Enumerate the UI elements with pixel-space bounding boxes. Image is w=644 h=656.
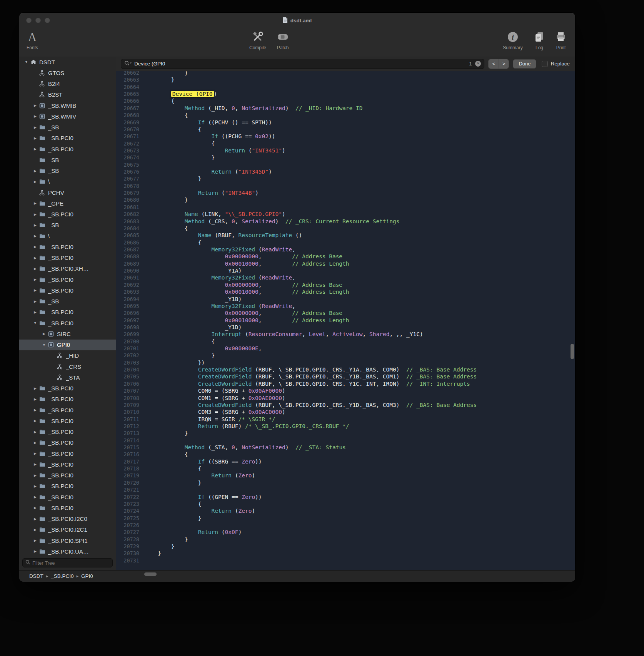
horizontal-scrollbar-thumb[interactable] — [144, 572, 157, 576]
disclosure-triangle-icon[interactable]: ▶ — [31, 310, 39, 314]
code-line[interactable]: 20710 COM3 = (SBRG + 0x00AC0000) — [116, 408, 575, 415]
disclosure-triangle-icon[interactable]: ▶ — [31, 528, 39, 532]
tree-item-sb-wmiv[interactable]: ▶_SB.WMIV — [19, 111, 116, 122]
tree-item-sb-pci0[interactable]: ▶_SB.PCI0 — [19, 448, 116, 459]
replace-checkbox[interactable] — [542, 61, 548, 67]
code-line[interactable]: 20716 { — [116, 451, 575, 458]
tree-item-sb-wmib[interactable]: ▶_SB.WMIB — [19, 100, 116, 111]
code-line[interactable]: 20666 { — [116, 97, 575, 104]
summary-button[interactable]: i Summary — [498, 29, 527, 50]
code-line[interactable]: 20695 Memory32Fixed (ReadWrite, — [116, 303, 575, 310]
code-line[interactable]: 20704 CreateDWordField (RBUF, \_SB.PCI0.… — [116, 366, 575, 373]
code-line[interactable]: 20726 — [116, 522, 575, 529]
code-line[interactable]: 20717 If ((SBRG == Zero)) — [116, 458, 575, 465]
disclosure-triangle-icon[interactable]: ▶ — [31, 180, 39, 184]
tree-item-sb-pci0[interactable]: ▶_SB.PCI0 — [19, 492, 116, 502]
tree-item-sb-pci0[interactable]: ▶_SB.PCI0 — [19, 437, 116, 448]
code-line[interactable]: 20708 COM1 = (SBRG + 0x00AE0000) — [116, 395, 575, 402]
tree-item-b2st[interactable]: B2ST — [19, 89, 116, 100]
tree-item-sb-pci0[interactable]: ▶_SB.PCI0 — [19, 253, 116, 263]
code-line[interactable]: 20702 } — [116, 352, 575, 359]
tree-item-sb-pci0[interactable]: ▶_SB.PCI0 — [19, 405, 116, 415]
disclosure-triangle-icon[interactable]: ▶ — [31, 278, 39, 281]
code-line[interactable]: 20709 CreateDWordField (RBUF, \_SB.PCI0.… — [116, 402, 575, 408]
tree-item-sb-pci0-spi1[interactable]: ▶_SB.PCI0.SPI1 — [19, 535, 116, 546]
code-line[interactable]: 20692 0x00000000, // Address Base — [116, 281, 575, 288]
tree-item-gpi0[interactable]: ▼GPI0 — [19, 340, 116, 350]
disclosure-triangle-icon[interactable]: ▶ — [31, 223, 39, 227]
code-line[interactable]: 20690 _Y1A) — [116, 267, 575, 274]
disclosure-triangle-icon[interactable]: ▶ — [31, 539, 39, 542]
code-line[interactable]: 20682 Name (LINK, "\\_SB.PCI0.GPI0") — [116, 211, 575, 218]
disclosure-triangle-icon[interactable]: ▶ — [31, 256, 39, 260]
disclosure-triangle-icon[interactable]: ▶ — [31, 419, 39, 423]
disclosure-triangle-icon[interactable]: ▶ — [31, 104, 39, 107]
code-line[interactable]: 20707 COM0 = (SBRG + 0x00AF0000) — [116, 387, 575, 394]
code-line[interactable]: 20678 — [116, 182, 575, 189]
disclosure-triangle-icon[interactable]: ▶ — [31, 452, 39, 455]
code-line[interactable]: 20688 0x00000000, // Address Base — [116, 253, 575, 260]
tree-item-sb-pci0[interactable]: ▶_SB.PCI0 — [19, 470, 116, 481]
disclosure-triangle-icon[interactable]: ▶ — [31, 288, 39, 292]
tree-item-sb-pci0[interactable]: ▶_SB.PCI0 — [19, 383, 116, 394]
disclosure-triangle-icon[interactable]: ▶ — [31, 387, 39, 390]
code-line[interactable]: 20731 — [116, 557, 575, 564]
code-line[interactable]: 20705 CreateDWordField (RBUF, \_SB.PCI0.… — [116, 373, 575, 380]
done-button[interactable]: Done — [513, 59, 536, 69]
code-line[interactable]: 20703 }) — [116, 359, 575, 366]
disclosure-triangle-icon[interactable]: ▶ — [31, 462, 39, 466]
disclosure-triangle-icon[interactable]: ▶ — [31, 245, 39, 249]
tree-item-sirc[interactable]: ▶SIRC — [19, 328, 116, 339]
code-line[interactable]: 20693 0x00010000, // Address Length — [116, 288, 575, 295]
code-line[interactable]: 20711 IRQN = SGIR /* \SGIR */ — [116, 416, 575, 423]
code-line[interactable]: 20700 { — [116, 338, 575, 345]
search-icon[interactable] — [124, 60, 132, 67]
tree-item-hid[interactable]: _HID — [19, 350, 116, 361]
code-line[interactable]: 20696 0x00000000, // Address Base — [116, 310, 575, 316]
disclosure-triangle-icon[interactable]: ▶ — [31, 267, 39, 271]
tree-item-sb-pci0[interactable]: ▶_SB.PCI0 — [19, 427, 116, 437]
tree-item-sb-pci0[interactable]: ▶_SB.PCI0 — [19, 274, 116, 285]
disclosure-triangle-icon[interactable]: ▶ — [31, 430, 39, 434]
disclosure-triangle-icon[interactable]: ▶ — [31, 397, 39, 401]
code-line[interactable]: 20720 } — [116, 479, 575, 486]
tree-item-sb[interactable]: _SB — [19, 154, 116, 165]
code-line[interactable]: 20680 } — [116, 196, 575, 203]
tree-item-sb-pci0[interactable]: ▶_SB.PCI0 — [19, 144, 116, 154]
code-line[interactable]: 20664 — [116, 84, 575, 90]
disclosure-triangle-icon[interactable]: ▶ — [31, 474, 39, 477]
code-line[interactable]: 20681 — [116, 204, 575, 211]
tree-item-dsdt[interactable]: ▼DSDT — [19, 57, 116, 67]
disclosure-triangle-icon[interactable]: ▼ — [40, 343, 48, 347]
code-line[interactable]: 20714 — [116, 437, 575, 444]
patch-button[interactable]: Patch — [268, 29, 297, 50]
code-line[interactable]: 20673 Return ("INT3451") — [116, 147, 575, 154]
tree-item-sb-pci0[interactable]: ▶_SB.PCI0 — [19, 415, 116, 426]
code-line[interactable]: 20721 — [116, 486, 575, 493]
code-line[interactable]: 20687 Memory32Fixed (ReadWrite, — [116, 246, 575, 253]
tree-item-[interactable]: ▶\ — [19, 176, 116, 187]
tree-item-crs[interactable]: _CRS — [19, 361, 116, 372]
search-input[interactable] — [134, 61, 467, 67]
code-line[interactable]: 20671 If ((PCHG == 0x02)) — [116, 133, 575, 140]
disclosure-triangle-icon[interactable]: ▶ — [31, 517, 39, 521]
code-line[interactable]: 20665 Device (GPI0) — [116, 90, 575, 97]
code-line[interactable]: 20672 { — [116, 140, 575, 147]
code-line[interactable]: 20715 Method (_STA, 0, NotSerialized) //… — [116, 444, 575, 451]
code-line[interactable]: 20662 } — [116, 71, 575, 76]
code-line[interactable]: 20701 0x0000000E, — [116, 345, 575, 352]
tree-item-sb[interactable]: ▶_SB — [19, 220, 116, 231]
code-line[interactable]: 20722 If ((GPEN == Zero)) — [116, 494, 575, 500]
disclosure-triangle-icon[interactable]: ▶ — [31, 300, 39, 303]
disclosure-triangle-icon[interactable]: ▶ — [31, 126, 39, 129]
code-line[interactable]: 20730 } — [116, 550, 575, 557]
code-line[interactable]: 20719 Return (Zero) — [116, 472, 575, 479]
code-line[interactable]: 20675 — [116, 161, 575, 168]
tree-item-sta[interactable]: _STA — [19, 372, 116, 383]
disclosure-triangle-icon[interactable]: ▶ — [31, 136, 39, 140]
tree-item-sb-pci0[interactable]: ▼_SB.PCI0 — [19, 318, 116, 328]
code-line[interactable]: 20667 Method (_HID, 0, NotSerialized) //… — [116, 105, 575, 112]
disclosure-triangle-icon[interactable]: ▼ — [22, 60, 30, 64]
tree-item-gpe[interactable]: ▶_GPE — [19, 198, 116, 209]
disclosure-triangle-icon[interactable]: ▶ — [31, 408, 39, 412]
